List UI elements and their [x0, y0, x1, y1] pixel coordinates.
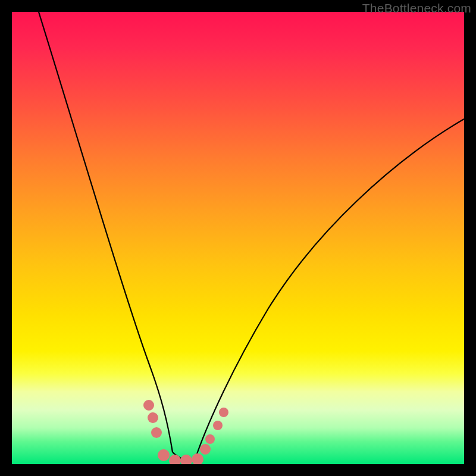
marker-dot: [180, 455, 192, 464]
marker-dot: [143, 400, 154, 411]
marker-dot: [213, 421, 223, 430]
marker-dot: [169, 455, 181, 464]
marker-dot: [200, 444, 211, 455]
marker-dot: [148, 412, 158, 423]
marker-dot: [192, 453, 203, 464]
marker-dot: [158, 449, 170, 461]
curve-right-path: [198, 119, 464, 452]
chart-area: [12, 12, 464, 464]
marker-dot: [219, 408, 228, 417]
marker-dot: [205, 434, 215, 444]
chart-svg: [12, 12, 464, 464]
marker-dot: [151, 427, 162, 438]
watermark-text: TheBottleneck.com: [362, 1, 471, 15]
curve-left-path: [39, 12, 173, 452]
